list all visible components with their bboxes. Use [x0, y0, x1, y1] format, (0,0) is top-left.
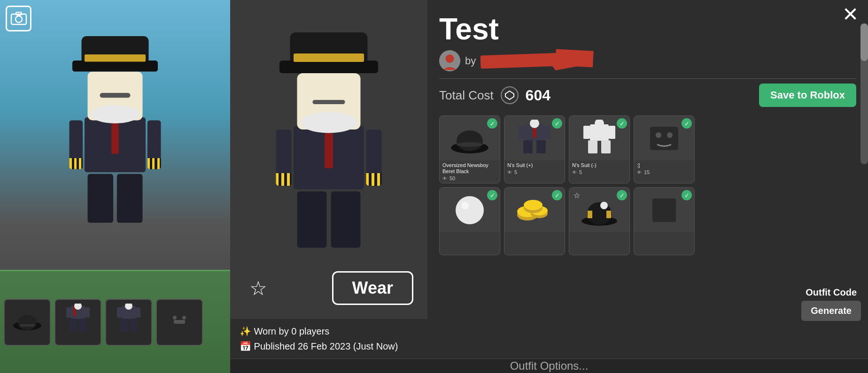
svg-rect-38	[583, 126, 590, 139]
item-card-7[interactable]: ✓ ☆	[569, 187, 630, 255]
author-name-container	[480, 54, 584, 68]
svg-rect-10	[79, 319, 86, 332]
worn-players-text: ✨ Worn by 0 players	[240, 324, 329, 339]
preview-character	[230, 0, 427, 271]
svg-point-4	[18, 315, 37, 330]
svg-rect-59	[652, 198, 676, 222]
svg-rect-32	[544, 126, 550, 139]
item-check-6: ✓	[552, 190, 562, 200]
svg-point-24	[446, 54, 454, 63]
item-card-4[interactable]: ✓ :] 👁 15	[634, 115, 695, 183]
total-cost-amount: 604	[526, 87, 550, 104]
generate-button[interactable]: Generate	[801, 301, 861, 321]
char-hat	[82, 36, 149, 67]
modal-area: ☆ Wear ✨ Worn by 0 players 📅 Published 2…	[230, 0, 868, 358]
svg-point-22	[182, 316, 186, 320]
item-check-4: ✓	[682, 118, 692, 129]
char-head	[88, 71, 143, 120]
author-avatar	[439, 50, 460, 71]
item-card-6[interactable]: ✓	[504, 187, 565, 255]
item-check-3: ✓	[617, 118, 627, 129]
item-card-1[interactable]: ✓ Oversized Newsboy Beret Black 👁 50	[439, 115, 500, 183]
item-name-2: N's Suit (+)	[504, 160, 565, 169]
close-button[interactable]: ✕	[842, 5, 859, 24]
right-panel: ✕ Test by	[427, 0, 868, 358]
svg-rect-34	[536, 140, 546, 153]
svg-point-28	[457, 130, 483, 151]
save-to-roblox-button[interactable]: Save to Roblox	[759, 84, 856, 107]
char-torso	[85, 117, 146, 172]
item-card-5[interactable]: ✓	[439, 187, 500, 255]
item-price-4: 👁 15	[634, 169, 694, 175]
outfit-title: Test	[439, 12, 856, 46]
item-star-7: ☆	[572, 190, 582, 200]
svg-point-53	[524, 200, 542, 210]
item-card-2[interactable]: ✓ N's Suit (+) 👁 5	[504, 115, 565, 183]
outfit-options-label: Outfit Options...	[510, 359, 589, 373]
svg-point-21	[173, 316, 177, 320]
game-viewport	[0, 0, 230, 373]
items-grid: ✓ Oversized Newsboy Beret Black 👁 50	[439, 115, 856, 255]
svg-rect-20	[174, 320, 185, 324]
game-character-view	[0, 0, 230, 267]
thumbnail-item-1[interactable]	[4, 299, 51, 346]
main-panel: ☆ Wear ✨ Worn by 0 players 📅 Published 2…	[230, 0, 868, 373]
outfit-options-bar: Outfit Options...	[230, 358, 868, 373]
favorite-button[interactable]: ☆	[244, 274, 272, 302]
item-check-8: ✓	[682, 190, 692, 200]
author-by-label: by	[465, 55, 476, 67]
svg-rect-41	[601, 140, 611, 153]
svg-rect-15	[136, 307, 140, 318]
wear-button[interactable]: Wear	[332, 271, 413, 305]
svg-rect-39	[609, 126, 615, 139]
item-card-3[interactable]: ✓ N's Suit (-) 👁 5	[569, 115, 630, 183]
svg-point-58	[600, 202, 608, 209]
center-section: ☆ Wear ✨ Worn by 0 players 📅 Published 2…	[230, 0, 427, 358]
svg-rect-5	[20, 324, 34, 327]
thumbnail-item-2[interactable]	[54, 299, 101, 346]
left-character	[66, 36, 164, 231]
roblox-camera-icon	[6, 6, 31, 31]
center-preview: ☆ Wear	[230, 0, 427, 319]
item-price-2: 👁 5	[504, 169, 565, 175]
preview-char-torso	[294, 126, 364, 190]
item-card-8[interactable]: ✓	[634, 187, 695, 255]
divider-1	[439, 78, 856, 79]
total-cost-label: Total Cost	[439, 88, 494, 103]
svg-rect-56	[588, 211, 592, 218]
published-text: 📅 Published 26 Feb 2023 (Just Now)	[240, 339, 398, 354]
svg-marker-26	[505, 91, 514, 99]
preview-actions: ☆ Wear	[230, 271, 427, 310]
robux-icon	[501, 86, 519, 104]
item-check-2: ✓	[552, 118, 562, 129]
item-name-1: Oversized Newsboy Beret Black	[440, 160, 500, 175]
svg-marker-25	[546, 52, 593, 70]
svg-point-44	[656, 132, 661, 138]
svg-rect-16	[120, 319, 128, 332]
thumbnail-bar	[0, 270, 230, 373]
scrollbar-track[interactable]	[860, 23, 868, 164]
preview-char-body	[272, 32, 385, 258]
worn-info: ✨ Worn by 0 players 📅 Published 26 Feb 2…	[230, 319, 427, 358]
preview-char-hat	[290, 32, 368, 68]
svg-point-29	[457, 142, 483, 147]
thumbnail-item-4[interactable]	[156, 299, 203, 346]
svg-point-45	[667, 132, 673, 138]
author-row: by	[439, 50, 856, 71]
cost-row: Total Cost 604 Save to Roblox	[439, 84, 856, 107]
thumbnail-item-3[interactable]	[105, 299, 152, 346]
svg-rect-31	[519, 126, 525, 139]
item-check-1: ✓	[487, 118, 497, 129]
svg-rect-40	[588, 140, 597, 153]
item-price-3: 👁 5	[569, 169, 629, 175]
svg-rect-8	[85, 307, 90, 318]
outfit-code-section: Outfit Code Generate	[801, 287, 861, 321]
preview-char-head	[297, 73, 361, 129]
svg-point-1	[16, 16, 22, 23]
scrollbar-thumb[interactable]	[860, 23, 868, 61]
item-name-3: N's Suit (-)	[569, 160, 629, 169]
item-name-4: :]	[634, 160, 694, 169]
svg-rect-7	[66, 307, 71, 318]
svg-rect-33	[523, 140, 533, 153]
svg-point-47	[461, 202, 469, 209]
